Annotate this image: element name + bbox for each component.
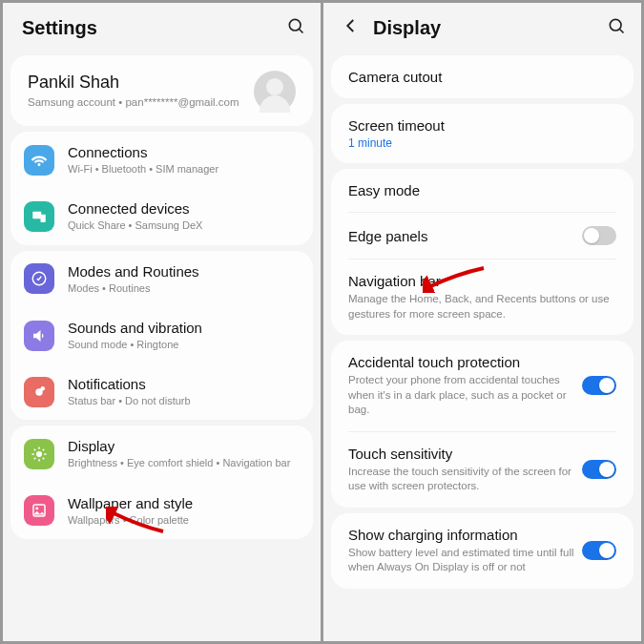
row-sub: Manage the Home, Back, and Recents butto… — [348, 292, 616, 322]
item-sub: Wallpapers • Color palette — [68, 513, 296, 527]
item-label: Sounds and vibration — [68, 320, 296, 336]
page-title: Display — [373, 17, 607, 39]
devices-icon — [24, 201, 54, 232]
item-sub: Modes • Routines — [68, 281, 296, 295]
page-title: Settings — [22, 17, 286, 39]
row-screen-timeout[interactable]: Screen timeout 1 minute — [331, 104, 634, 163]
item-wallpaper[interactable]: Wallpaper and style Wallpapers • Color p… — [10, 483, 313, 539]
row-edge-panels[interactable]: Edge panels — [331, 213, 634, 259]
row-label: Edge panels — [348, 228, 582, 244]
svg-point-0 — [289, 19, 301, 31]
item-display[interactable]: Display Brightness • Eye comfort shield … — [10, 426, 313, 482]
group-connections: Connections Wi-Fi • Bluetooth • SIM mana… — [10, 132, 313, 245]
row-label: Camera cutout — [348, 69, 616, 85]
svg-point-6 — [41, 386, 46, 391]
row-camera-cutout[interactable]: Camera cutout — [331, 55, 634, 98]
row-label: Touch sensitivity — [348, 446, 582, 462]
row-sub: Show battery level and estimated time un… — [348, 546, 582, 575]
avatar — [254, 71, 296, 113]
row-charging-info[interactable]: Show charging information Show battery l… — [331, 513, 634, 589]
svg-line-13 — [43, 458, 45, 460]
item-sounds[interactable]: Sounds and vibration Sound mode • Ringto… — [10, 307, 313, 364]
svg-line-14 — [34, 458, 36, 460]
settings-pane: Settings Pankil Shah Samsung account • p… — [3, 3, 321, 641]
sound-icon — [24, 321, 54, 351]
row-label: Accidental touch protection — [348, 354, 582, 370]
display-pane: Display Camera cutout Screen timeout 1 m… — [323, 3, 641, 641]
item-sub: Wi-Fi • Bluetooth • SIM manager — [68, 162, 296, 176]
display-header: Display — [323, 3, 641, 50]
item-label: Display — [68, 438, 296, 454]
svg-line-19 — [620, 30, 624, 33]
notifications-icon — [24, 377, 54, 407]
toggle-accidental-touch[interactable] — [582, 376, 616, 395]
row-sub: Protect your phone from accidental touch… — [348, 373, 582, 418]
item-sub: Status bar • Do not disturb — [68, 394, 296, 407]
item-connected-devices[interactable]: Connected devices Quick Share • Samsung … — [10, 188, 313, 244]
row-value: 1 minute — [348, 136, 616, 150]
row-label: Screen timeout — [348, 117, 616, 134]
modes-icon — [24, 263, 54, 294]
svg-point-7 — [36, 451, 42, 457]
search-icon[interactable] — [286, 16, 305, 40]
item-label: Connected devices — [68, 200, 296, 217]
item-label: Modes and Routines — [68, 263, 296, 280]
group-panels: Easy mode Edge panels Navigation bar Man… — [331, 169, 634, 335]
svg-line-15 — [43, 449, 45, 451]
svg-rect-3 — [41, 215, 46, 222]
group-modes: Modes and Routines Modes • Routines Soun… — [10, 251, 313, 421]
item-sub: Sound mode • Ringtone — [68, 338, 296, 351]
svg-line-1 — [300, 30, 303, 33]
svg-rect-2 — [32, 212, 41, 219]
wifi-icon — [24, 145, 54, 176]
group-camera-cutout: Camera cutout — [331, 55, 634, 98]
row-easy-mode[interactable]: Easy mode — [331, 169, 634, 212]
back-icon[interactable] — [343, 17, 360, 39]
item-connections[interactable]: Connections Wi-Fi • Bluetooth • SIM mana… — [10, 132, 313, 188]
row-label: Navigation bar — [348, 273, 616, 289]
item-modes-routines[interactable]: Modes and Routines Modes • Routines — [10, 251, 313, 307]
row-sub: Increase the touch sensitivity of the sc… — [348, 465, 582, 494]
svg-line-12 — [34, 449, 36, 451]
settings-header: Settings — [3, 3, 321, 50]
search-icon[interactable] — [607, 16, 626, 40]
row-label: Easy mode — [348, 182, 616, 198]
toggle-charging-info[interactable] — [582, 541, 616, 560]
item-label: Connections — [68, 144, 296, 160]
group-touch: Accidental touch protection Protect your… — [331, 341, 634, 508]
display-icon — [24, 439, 54, 469]
row-label: Show charging information — [348, 527, 582, 543]
item-notifications[interactable]: Notifications Status bar • Do not distur… — [10, 364, 313, 420]
account-card[interactable]: Pankil Shah Samsung account • pan*******… — [10, 55, 313, 126]
row-accidental-touch[interactable]: Accidental touch protection Protect your… — [331, 341, 634, 431]
group-screen-timeout: Screen timeout 1 minute — [331, 104, 634, 163]
group-display: Display Brightness • Eye comfort shield … — [10, 426, 313, 539]
item-label: Notifications — [68, 376, 296, 392]
item-sub: Brightness • Eye comfort shield • Naviga… — [68, 456, 296, 469]
row-touch-sensitivity[interactable]: Touch sensitivity Increase the touch sen… — [331, 432, 634, 508]
item-sub: Quick Share • Samsung DeX — [68, 218, 296, 232]
toggle-edge-panels[interactable] — [582, 226, 616, 245]
svg-point-17 — [35, 508, 38, 510]
account-name: Pankil Shah — [28, 73, 254, 93]
group-charging: Show charging information Show battery l… — [331, 513, 634, 589]
account-sub: Samsung account • pan********@gmail.com — [28, 95, 254, 111]
item-label: Wallpaper and style — [68, 495, 296, 511]
toggle-touch-sensitivity[interactable] — [582, 460, 616, 479]
svg-point-18 — [610, 19, 621, 31]
row-navigation-bar[interactable]: Navigation bar Manage the Home, Back, an… — [331, 260, 634, 335]
wallpaper-icon — [24, 495, 54, 526]
